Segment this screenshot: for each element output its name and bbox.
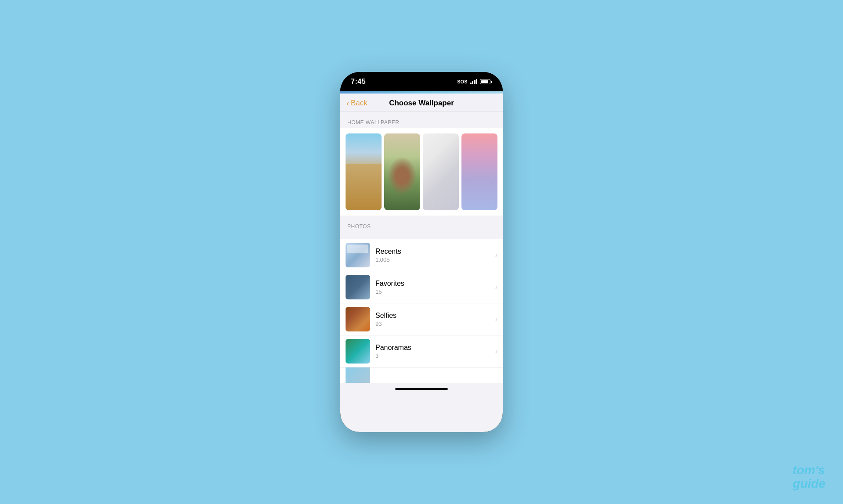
back-button[interactable]: ‹ Back [346, 99, 367, 108]
album-count-recents: 1,005 [375, 256, 490, 263]
album-thumb-favorites [346, 275, 370, 299]
sos-indicator: SOS [457, 79, 467, 84]
wallpaper-section [340, 128, 503, 216]
album-info-selfies: Selfies 93 [375, 312, 490, 327]
wallpaper-thumb-3[interactable] [423, 133, 459, 210]
chevron-right-icon-recents: › [495, 251, 497, 259]
photos-section: Recents 1,005 › Favorites 15 › [340, 239, 503, 367]
album-count-selfies: 93 [375, 320, 490, 327]
album-info-recents: Recents 1,005 [375, 248, 490, 263]
album-info-favorites: Favorites 15 [375, 280, 490, 295]
album-count-favorites: 15 [375, 288, 490, 295]
chevron-right-icon-favorites: › [495, 283, 497, 291]
album-name-selfies: Selfies [375, 312, 490, 320]
app-content: ‹ Back Choose Wallpaper HOME WALLPAPER P… [340, 94, 503, 432]
album-item-recents[interactable]: Recents 1,005 › [340, 239, 503, 271]
album-item-favorites[interactable]: Favorites 15 › [340, 271, 503, 303]
album-item-panoramas[interactable]: Panoramas 3 › [340, 335, 503, 367]
album-name-panoramas: Panoramas [375, 344, 490, 352]
nav-bar: ‹ Back Choose Wallpaper [340, 94, 503, 112]
album-name-favorites: Favorites [375, 280, 490, 288]
wallpaper-grid [346, 133, 497, 210]
album-thumb-selfies [346, 307, 370, 331]
wallpaper-thumb-4[interactable] [461, 133, 497, 210]
section-header-wallpaper: HOME WALLPAPER [340, 112, 503, 128]
home-bar [395, 388, 448, 390]
wifi-icon [470, 79, 478, 84]
album-thumb-recents [346, 243, 370, 267]
wallpaper-thumb-1[interactable] [346, 133, 382, 210]
phone-shell: 7:45 SOS ‹ Back Ch [340, 72, 503, 432]
watermark-line2: guide [793, 477, 825, 491]
album-item-selfies[interactable]: Selfies 93 › [340, 303, 503, 335]
home-indicator [340, 383, 503, 395]
status-right: SOS [457, 79, 492, 84]
battery-icon [480, 79, 492, 84]
chevron-right-icon-selfies: › [495, 315, 497, 323]
watermark-line1: tom's [793, 464, 825, 477]
nav-title: Choose Wallpaper [389, 99, 454, 108]
back-label: Back [351, 99, 367, 108]
album-name-recents: Recents [375, 248, 490, 256]
chevron-right-icon-panoramas: › [495, 347, 497, 355]
watermark: tom's guide [793, 464, 825, 491]
status-bar: 7:45 SOS [340, 72, 503, 91]
wallpaper-thumb-2[interactable] [384, 133, 420, 210]
section-header-photos: PHOTOS [340, 216, 503, 232]
album-thumb-panoramas [346, 339, 370, 364]
album-count-panoramas: 3 [375, 353, 490, 359]
status-time: 7:45 [351, 78, 366, 86]
album-thumb-partial [346, 367, 370, 383]
back-chevron-icon: ‹ [346, 99, 349, 107]
partial-item [340, 367, 503, 383]
album-info-panoramas: Panoramas 3 [375, 344, 490, 359]
scroll-content[interactable]: HOME WALLPAPER PHOTOS Recents 1,005 [340, 112, 503, 432]
